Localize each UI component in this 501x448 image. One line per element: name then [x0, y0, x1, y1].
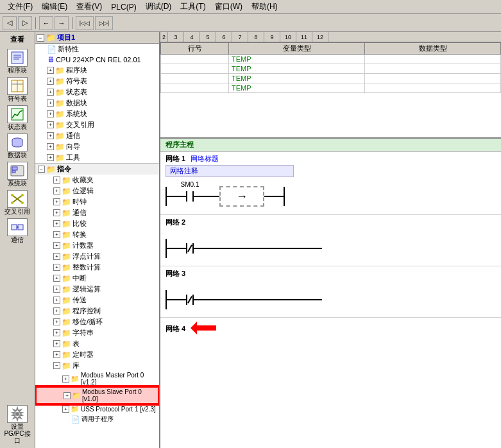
- toolbar-right[interactable]: →: [55, 16, 69, 30]
- tree-item-chuansong[interactable]: + 📁 传送: [35, 295, 159, 306]
- var-row-3-type: TEMP: [229, 74, 365, 83]
- var-row-4: TEMP: [161, 83, 501, 93]
- tree-item-zhiling[interactable]: − 📁 指令: [35, 163, 159, 175]
- svg-point-16: [11, 202, 13, 204]
- sidebar-item-tongxin-label: 通信: [11, 236, 24, 243]
- tree-item-uss[interactable]: + 📁 USS Protocol Port 1 [v2.3]: [35, 404, 159, 414]
- toolbar: ◁ ▷ ← → |◁◁ ▷▷|: [0, 14, 501, 32]
- not-contact-network-3: [186, 295, 194, 305]
- tree-item-jiaochayinyong[interactable]: + 📁 交叉引用: [35, 119, 159, 130]
- tree-panel: − 📁 项目1 📄 新特性 🖥 CPU 224XP CN REL 02.01 +…: [35, 32, 160, 448]
- toolbar-left[interactable]: ←: [39, 16, 53, 30]
- network-3-block: 网络 3: [160, 266, 501, 318]
- tree-item-biao[interactable]: + 📁 表: [35, 338, 159, 349]
- col-vartype: 变量类型: [229, 43, 365, 55]
- sidebar-item-zhuangtaibiao-label: 状态表: [8, 123, 27, 130]
- network-1-label: 网络 1: [166, 154, 185, 164]
- tree-item-zifu[interactable]: + 📁 字符串: [35, 327, 159, 338]
- tree-item-zhengshujiasuan[interactable]: + 📁 整数计算: [35, 262, 159, 273]
- tree-item-modbus-master[interactable]: + 📁 Modbus Master Port 0 [v1.2]: [35, 371, 159, 386]
- tree-item-xitongkuai[interactable]: + 📁 系统块: [35, 108, 159, 119]
- ladder-network-2: [166, 234, 496, 263]
- sidebar-item-chengxukuai[interactable]: 程序块: [1, 47, 33, 75]
- svg-point-14: [11, 194, 13, 196]
- tree-item-shujukuai[interactable]: + 📁 数据块: [35, 98, 159, 108]
- network-1-title: 网络标题: [191, 154, 219, 164]
- network-2-block: 网络 2: [160, 215, 501, 266]
- tree-item-gongju[interactable]: + 📁 工具: [35, 152, 159, 163]
- menu-debug[interactable]: 调试(D): [142, 1, 176, 13]
- tree-item-luoji[interactable]: + 📁 逻辑运算: [35, 284, 159, 295]
- sidebar-header-label: 查看: [1, 35, 33, 44]
- program-area: 程序主程 网络 1 网络标题 网络注释 SM0.1: [160, 139, 501, 448]
- tree-item-cpu[interactable]: 🖥 CPU 224XP CN REL 02.01: [35, 55, 159, 65]
- network-2-header: 网络 2: [166, 218, 496, 227]
- network-1-block: 网络 1 网络标题 网络注释 SM0.1: [160, 151, 501, 215]
- col-datatype: 数据类型: [365, 43, 501, 55]
- svg-rect-19: [18, 225, 23, 230]
- sidebar-item-chengxukuai-label: 程序块: [8, 67, 27, 74]
- tree-item-ku[interactable]: − 📁 库: [35, 360, 159, 371]
- tree-root[interactable]: − 📁 项目1: [35, 32, 159, 44]
- tree-item-dingshiqi[interactable]: + 📁 定时器: [35, 349, 159, 360]
- ladder-network-3: [166, 285, 496, 314]
- svg-rect-11: [12, 171, 15, 173]
- ladder-network-1: SM0.1 →: [166, 181, 496, 212]
- tree-item-xintezheng[interactable]: 📄 新特性: [35, 44, 159, 55]
- toolbar-step-back[interactable]: |◁◁: [76, 16, 94, 30]
- sidebar-item-xitongkuai-label: 系统块: [8, 180, 27, 187]
- tree-item-diaoyong[interactable]: 📄 调用子程序: [35, 414, 159, 424]
- network-4-block: 网络 4: [160, 318, 501, 340]
- coil-network-1: →: [219, 186, 264, 207]
- tree-item-fuhubiao[interactable]: + 📁 符号表: [35, 76, 159, 87]
- tree-item-modbus-slave[interactable]: + 📁 Modbus Slave Port 0 [v1.0]: [35, 386, 159, 404]
- toolbar-back[interactable]: ◁: [3, 16, 17, 30]
- toolbar-step-forward[interactable]: ▷▷|: [95, 16, 113, 30]
- menubar: 文件(F) 编辑(E) 查看(V) PLC(P) 调试(D) 工具(T) 窗口(…: [0, 0, 501, 14]
- tree-item-bijiao[interactable]: + 📁 比较: [35, 218, 159, 229]
- tree-item-fudianjiasuan[interactable]: + 📁 浮点计算: [35, 251, 159, 262]
- sidebar-icons: 查看 程序块 符号表 状态表 数据块: [0, 32, 35, 448]
- menu-window[interactable]: 窗口(W): [211, 1, 246, 13]
- sidebar-item-shujukuai[interactable]: 数据块: [1, 132, 33, 160]
- tree-item-chengxukuai[interactable]: + 📁 程序块: [35, 65, 159, 76]
- tree-item-zhongduan[interactable]: + 📁 中断: [35, 273, 159, 284]
- tree-item-shoujia[interactable]: + 📁 收藏夹: [35, 175, 159, 185]
- sidebar-item-jiaochayinyong-label: 交叉引用: [4, 208, 30, 215]
- menu-plc[interactable]: PLC(P): [107, 2, 140, 12]
- svg-rect-10: [12, 167, 17, 170]
- tree-item-yiwei[interactable]: + 📁 移位/循环: [35, 316, 159, 327]
- network-1-header: 网络 1 网络标题: [166, 154, 496, 164]
- tree-item-tongxin[interactable]: + 📁 通信: [35, 130, 159, 141]
- sidebar-item-tongxin[interactable]: 通信: [1, 217, 33, 245]
- menu-help[interactable]: 帮助(H): [248, 1, 282, 13]
- sidebar-item-fuhubiao[interactable]: 符号表: [1, 76, 33, 103]
- tree-item-jishuqi[interactable]: + 📁 计数器: [35, 240, 159, 251]
- tree-item-shizhong[interactable]: + 📁 时钟: [35, 196, 159, 207]
- var-row-2: TEMP: [161, 64, 501, 74]
- svg-rect-7: [12, 108, 23, 120]
- tree-item-zhuangtaibiao[interactable]: + 📁 状态表: [35, 87, 159, 98]
- menu-file[interactable]: 文件(F): [4, 1, 37, 13]
- tree-item-zhuanhuan[interactable]: + 📁 转换: [35, 229, 159, 240]
- menu-tools[interactable]: 工具(T): [176, 1, 209, 13]
- tree-item-chengxukongzhi[interactable]: + 📁 程序控制: [35, 306, 159, 316]
- toolbar-forward[interactable]: ▷: [18, 16, 32, 30]
- sidebar-item-jiaochayinyong[interactable]: 交叉引用: [1, 189, 33, 216]
- menu-view[interactable]: 查看(V): [72, 1, 106, 13]
- svg-rect-18: [12, 225, 17, 230]
- tree-item-xiangdao[interactable]: + 📁 向导: [35, 141, 159, 152]
- network-2-label: 网络 2: [166, 218, 185, 227]
- sidebar-item-shezhi-label: 设置PG/PC接口: [3, 423, 32, 444]
- sidebar-item-zhuangtaibiao[interactable]: 状态表: [1, 104, 33, 132]
- tree-item-tongxin2[interactable]: + 📁 通信: [35, 207, 159, 218]
- svg-point-22: [15, 412, 19, 416]
- sidebar-item-shezhi[interactable]: 设置PG/PC接口: [1, 404, 33, 445]
- var-table-area: 行号 变量类型 数据类型 TEMP TEMP: [160, 42, 501, 139]
- right-panel: 2 3 4 5 6 7 8 9 10 11 12 行号 变量类型 数据类型: [160, 32, 501, 448]
- tree-item-weluoji[interactable]: + 📁 位逻辑: [35, 185, 159, 196]
- sidebar-item-xitongkuai[interactable]: 系统块: [1, 160, 33, 188]
- menu-edit[interactable]: 编辑(E): [38, 1, 71, 13]
- network-3-label: 网络 3: [166, 269, 185, 279]
- network-4-label: 网络 4: [166, 324, 185, 334]
